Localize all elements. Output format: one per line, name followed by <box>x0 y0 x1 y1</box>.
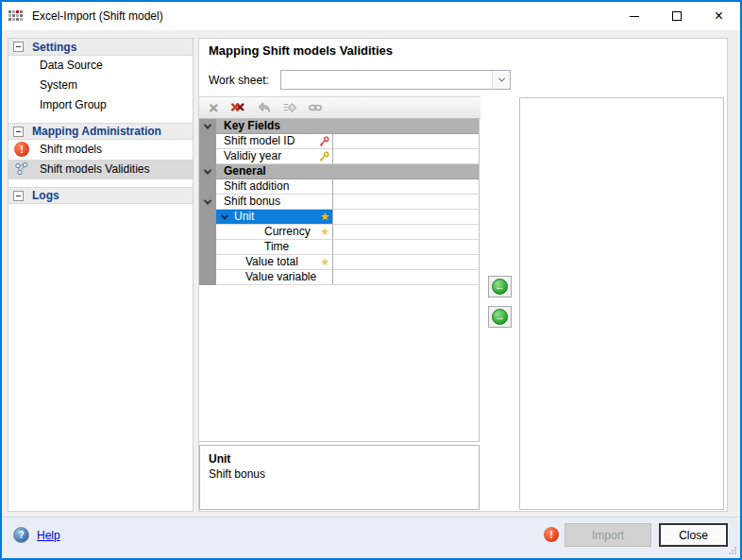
star-icon: ★ <box>320 256 329 268</box>
collapse-icon[interactable] <box>13 42 24 52</box>
field-label: Shift bonus <box>224 195 280 209</box>
mapping-tree: Key Fields Shift model ID Validiy year G… <box>199 119 480 442</box>
mapping-value-cell[interactable] <box>333 134 479 149</box>
resize-grip[interactable] <box>728 546 737 555</box>
tree-row[interactable]: Time <box>199 240 479 255</box>
dialog-window: Excel-Import (Shift model) × Settings Da… <box>0 0 742 560</box>
field-label: Shift model ID <box>224 134 295 148</box>
undo-button[interactable] <box>256 99 273 116</box>
sidebar-item-system[interactable]: System <box>8 76 193 95</box>
key-gold-icon <box>318 151 329 162</box>
selection-subtitle: Shift bonus <box>209 467 265 481</box>
delete-all-mappings-button[interactable]: × × <box>230 99 247 116</box>
mapping-value-cell[interactable] <box>333 255 479 270</box>
minimize-button[interactable] <box>613 2 655 30</box>
chevron-down-icon <box>204 196 211 204</box>
row-gutter[interactable] <box>199 195 216 210</box>
field-label: Value variable <box>245 270 316 284</box>
import-button[interactable]: Import <box>565 523 651 547</box>
selection-title: Unit <box>209 452 470 466</box>
worksheet-select[interactable] <box>280 70 511 90</box>
sidebar-section-label: Mapping Administration <box>32 125 161 138</box>
collapse-icon[interactable] <box>13 127 24 137</box>
sidebar-item-data-source[interactable]: Data Source <box>8 56 193 76</box>
sidebar-item-label: Shift models Validities <box>40 162 150 176</box>
sidebar-section-settings[interactable]: Settings <box>8 39 193 56</box>
mapping-value-cell[interactable] <box>333 195 479 210</box>
sidebar-section-label: Logs <box>32 189 59 202</box>
sidebar-item-import-group[interactable]: Import Group <box>8 95 193 115</box>
arrow-right-icon: → <box>492 309 508 325</box>
error-icon: ! <box>14 142 29 157</box>
help-icon: ? <box>13 527 29 543</box>
sidebar-section-label: Settings <box>32 41 76 54</box>
auto-map-button[interactable] <box>281 99 298 116</box>
maximize-button[interactable] <box>655 2 698 30</box>
auto-map-icon <box>282 100 297 115</box>
field-label: Time <box>264 240 289 254</box>
close-window-button[interactable]: × <box>698 2 740 30</box>
mapping-value-cell[interactable] <box>333 149 479 164</box>
row-gutter[interactable] <box>199 164 216 179</box>
chevron-down-icon <box>221 212 228 219</box>
sidebar-item-shift-models-validities[interactable]: Shift models Validities <box>8 160 193 179</box>
worksheet-select-value <box>281 71 492 89</box>
main-panel: Mapping Shift models Validities Work she… <box>198 38 728 512</box>
tree-row[interactable]: Shift model ID <box>199 134 479 149</box>
tree-row[interactable]: Validiy year <box>199 149 479 164</box>
mapping-value-cell[interactable] <box>333 179 479 195</box>
mapping-value-cell[interactable] <box>333 225 479 240</box>
sidebar-section-logs[interactable]: Logs <box>8 187 193 204</box>
worksheet-columns-list[interactable] <box>519 97 724 510</box>
mapping-value-cell[interactable] <box>333 240 479 255</box>
field-label: Unit <box>234 210 254 224</box>
sidebar-section-mapping-administration[interactable]: Mapping Administration <box>8 123 193 140</box>
tree-group-row[interactable]: Key Fields <box>199 119 479 134</box>
group-label: General <box>216 164 479 179</box>
tree-group-row[interactable]: General <box>199 164 479 179</box>
undo-icon <box>257 100 272 115</box>
row-gutter[interactable] <box>199 119 216 134</box>
arrow-left-icon: ← <box>492 279 508 295</box>
tree-row[interactable]: Shift bonus <box>199 195 479 210</box>
tree-row[interactable]: Value total ★ <box>199 255 479 270</box>
worksheet-label: Work sheet: <box>209 74 269 87</box>
chevron-down-icon <box>497 76 504 82</box>
field-label: Value total <box>245 255 298 269</box>
field-label: Currency <box>264 225 311 239</box>
tree-row[interactable]: Currency ★ <box>199 225 479 240</box>
mapping-value-cell[interactable] <box>333 270 479 285</box>
chevron-down-icon <box>204 166 211 174</box>
chevron-down-icon <box>204 121 211 128</box>
link-button[interactable] <box>307 99 324 116</box>
app-icon <box>8 10 25 23</box>
delete-mapping-button[interactable]: × <box>205 99 222 116</box>
tree-row[interactable]: Shift addition <box>199 179 479 195</box>
window-controls: × <box>613 2 740 30</box>
map-left-button[interactable]: ← <box>488 276 512 297</box>
validation-error-icon: ! <box>544 527 559 542</box>
mapping-value-cell[interactable] <box>333 210 479 225</box>
nodes-icon <box>14 161 29 177</box>
map-right-button[interactable]: → <box>488 306 512 328</box>
link-icon <box>308 100 323 115</box>
group-label: Key Fields <box>216 119 479 134</box>
worksheet-dropdown-button[interactable] <box>492 71 510 89</box>
delete-icon: × <box>209 100 218 116</box>
key-red-icon <box>318 136 329 147</box>
star-icon: ★ <box>320 226 329 238</box>
collapse-icon[interactable] <box>13 191 24 201</box>
field-label: Shift addition <box>224 179 289 194</box>
title-bar: Excel-Import (Shift model) × <box>2 2 740 30</box>
page-title: Mapping Shift models Validities <box>209 43 393 58</box>
footer: ? Help ! Import Close <box>2 517 740 558</box>
help-link[interactable]: Help <box>37 529 60 542</box>
window-title: Excel-Import (Shift model) <box>32 9 163 23</box>
close-button[interactable]: Close <box>659 523 728 547</box>
field-label: Validiy year <box>224 149 281 163</box>
star-icon: ★ <box>320 211 329 223</box>
sidebar-item-shift-models[interactable]: ! Shift models <box>8 140 193 160</box>
tree-row-selected[interactable]: Unit ★ <box>199 210 479 225</box>
selection-info-box: Unit Shift bonus <box>199 445 480 510</box>
tree-row[interactable]: Value variable <box>199 270 479 285</box>
